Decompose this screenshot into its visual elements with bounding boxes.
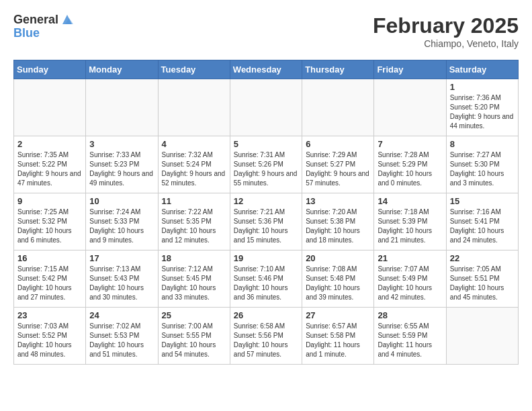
day-info: Sunrise: 7:16 AM Sunset: 5:41 PM Dayligh… — [450, 208, 515, 245]
day-info: Sunrise: 7:08 AM Sunset: 5:48 PM Dayligh… — [306, 265, 370, 302]
calendar-day-cell: 16Sunrise: 7:15 AM Sunset: 5:42 PM Dayli… — [14, 250, 86, 308]
weekday-header-row: SundayMondayTuesdayWednesdayThursdayFrid… — [14, 60, 519, 79]
day-number: 11 — [162, 196, 226, 206]
day-info: Sunrise: 7:24 AM Sunset: 5:33 PM Dayligh… — [89, 208, 154, 245]
calendar-day-cell: 10Sunrise: 7:24 AM Sunset: 5:33 PM Dayli… — [86, 193, 158, 250]
day-info: Sunrise: 7:29 AM Sunset: 5:27 PM Dayligh… — [306, 150, 370, 188]
day-number: 9 — [17, 196, 82, 206]
day-number: 28 — [378, 310, 442, 320]
calendar-day-cell: 23Sunrise: 7:03 AM Sunset: 5:52 PM Dayli… — [14, 308, 86, 365]
day-number: 6 — [306, 139, 370, 149]
calendar-day-cell: 21Sunrise: 7:07 AM Sunset: 5:49 PM Dayli… — [374, 250, 446, 308]
day-number: 19 — [234, 253, 298, 263]
weekday-header: Monday — [86, 60, 158, 79]
calendar-day-cell: 20Sunrise: 7:08 AM Sunset: 5:48 PM Dayli… — [302, 250, 374, 308]
calendar-day-cell — [302, 79, 374, 136]
calendar-day-cell: 22Sunrise: 7:05 AM Sunset: 5:51 PM Dayli… — [446, 250, 518, 308]
weekday-header: Thursday — [302, 60, 374, 79]
calendar-day-cell: 5Sunrise: 7:31 AM Sunset: 5:26 PM Daylig… — [230, 136, 302, 193]
logo-blue: Blue — [13, 27, 75, 40]
day-info: Sunrise: 7:35 AM Sunset: 5:22 PM Dayligh… — [17, 150, 82, 188]
title-block: February 2025 Chiampo, Veneto, Italy — [373, 13, 519, 49]
day-number: 1 — [450, 82, 515, 92]
day-number: 27 — [306, 310, 370, 320]
day-number: 16 — [17, 253, 82, 263]
day-info: Sunrise: 7:25 AM Sunset: 5:32 PM Dayligh… — [17, 208, 82, 245]
weekday-header: Tuesday — [158, 60, 230, 79]
calendar-day-cell: 3Sunrise: 7:33 AM Sunset: 5:23 PM Daylig… — [86, 136, 158, 193]
day-number: 15 — [450, 196, 515, 206]
day-number: 2 — [17, 139, 82, 149]
calendar-day-cell: 6Sunrise: 7:29 AM Sunset: 5:27 PM Daylig… — [302, 136, 374, 193]
calendar-day-cell: 18Sunrise: 7:12 AM Sunset: 5:45 PM Dayli… — [158, 250, 230, 308]
day-info: Sunrise: 7:22 AM Sunset: 5:35 PM Dayligh… — [162, 208, 226, 245]
weekday-header: Saturday — [446, 60, 518, 79]
location-subtitle: Chiampo, Veneto, Italy — [373, 38, 519, 49]
day-info: Sunrise: 7:15 AM Sunset: 5:42 PM Dayligh… — [17, 265, 82, 302]
calendar-day-cell — [14, 79, 86, 136]
calendar-day-cell: 14Sunrise: 7:18 AM Sunset: 5:39 PM Dayli… — [374, 193, 446, 250]
day-info: Sunrise: 7:18 AM Sunset: 5:39 PM Dayligh… — [378, 208, 442, 245]
day-number: 14 — [378, 196, 442, 206]
calendar-day-cell: 1Sunrise: 7:36 AM Sunset: 5:20 PM Daylig… — [446, 79, 518, 136]
logo-general: General — [13, 13, 58, 27]
page-header: General Blue February 2025 Chiampo, Vene… — [13, 13, 519, 49]
calendar-week-row: 23Sunrise: 7:03 AM Sunset: 5:52 PM Dayli… — [14, 308, 519, 365]
logo-icon — [60, 12, 75, 27]
day-number: 7 — [378, 139, 442, 149]
calendar-day-cell: 28Sunrise: 6:55 AM Sunset: 5:59 PM Dayli… — [374, 308, 446, 365]
weekday-header: Friday — [374, 60, 446, 79]
calendar-day-cell: 15Sunrise: 7:16 AM Sunset: 5:41 PM Dayli… — [446, 193, 518, 250]
calendar-day-cell — [230, 79, 302, 136]
day-number: 12 — [234, 196, 298, 206]
day-info: Sunrise: 7:21 AM Sunset: 5:36 PM Dayligh… — [234, 208, 298, 245]
calendar-day-cell — [446, 308, 518, 365]
day-number: 17 — [89, 253, 154, 263]
calendar-week-row: 2Sunrise: 7:35 AM Sunset: 5:22 PM Daylig… — [14, 136, 519, 193]
calendar-day-cell: 12Sunrise: 7:21 AM Sunset: 5:36 PM Dayli… — [230, 193, 302, 250]
day-info: Sunrise: 6:58 AM Sunset: 5:56 PM Dayligh… — [234, 322, 298, 359]
day-number: 25 — [162, 310, 226, 320]
day-number: 23 — [17, 310, 82, 320]
calendar-day-cell: 2Sunrise: 7:35 AM Sunset: 5:22 PM Daylig… — [14, 136, 86, 193]
day-info: Sunrise: 7:00 AM Sunset: 5:55 PM Dayligh… — [162, 322, 226, 359]
logo: General Blue — [13, 13, 75, 40]
day-info: Sunrise: 7:27 AM Sunset: 5:30 PM Dayligh… — [450, 150, 515, 188]
calendar-day-cell: 7Sunrise: 7:28 AM Sunset: 5:29 PM Daylig… — [374, 136, 446, 193]
month-title: February 2025 — [373, 13, 519, 38]
day-number: 24 — [89, 310, 154, 320]
calendar-day-cell: 26Sunrise: 6:58 AM Sunset: 5:56 PM Dayli… — [230, 308, 302, 365]
weekday-header: Wednesday — [230, 60, 302, 79]
calendar-day-cell: 24Sunrise: 7:02 AM Sunset: 5:53 PM Dayli… — [86, 308, 158, 365]
day-number: 21 — [378, 253, 442, 263]
weekday-header: Sunday — [14, 60, 86, 79]
day-info: Sunrise: 7:05 AM Sunset: 5:51 PM Dayligh… — [450, 265, 515, 302]
day-info: Sunrise: 7:13 AM Sunset: 5:43 PM Dayligh… — [89, 265, 154, 302]
day-info: Sunrise: 7:03 AM Sunset: 5:52 PM Dayligh… — [17, 322, 82, 359]
calendar-day-cell: 13Sunrise: 7:20 AM Sunset: 5:38 PM Dayli… — [302, 193, 374, 250]
day-info: Sunrise: 7:20 AM Sunset: 5:38 PM Dayligh… — [306, 208, 370, 245]
day-info: Sunrise: 7:28 AM Sunset: 5:29 PM Dayligh… — [378, 150, 442, 188]
calendar-day-cell — [158, 79, 230, 136]
day-number: 13 — [306, 196, 370, 206]
day-info: Sunrise: 7:31 AM Sunset: 5:26 PM Dayligh… — [234, 150, 298, 188]
calendar-day-cell: 19Sunrise: 7:10 AM Sunset: 5:46 PM Dayli… — [230, 250, 302, 308]
day-number: 26 — [234, 310, 298, 320]
calendar-table: SundayMondayTuesdayWednesdayThursdayFrid… — [13, 60, 519, 365]
day-info: Sunrise: 7:10 AM Sunset: 5:46 PM Dayligh… — [234, 265, 298, 302]
day-number: 4 — [162, 139, 226, 149]
calendar-day-cell — [374, 79, 446, 136]
calendar-day-cell: 8Sunrise: 7:27 AM Sunset: 5:30 PM Daylig… — [446, 136, 518, 193]
calendar-week-row: 1Sunrise: 7:36 AM Sunset: 5:20 PM Daylig… — [14, 79, 519, 136]
day-info: Sunrise: 7:32 AM Sunset: 5:24 PM Dayligh… — [162, 150, 226, 188]
calendar-day-cell: 11Sunrise: 7:22 AM Sunset: 5:35 PM Dayli… — [158, 193, 230, 250]
calendar-day-cell: 9Sunrise: 7:25 AM Sunset: 5:32 PM Daylig… — [14, 193, 86, 250]
calendar-day-cell: 17Sunrise: 7:13 AM Sunset: 5:43 PM Dayli… — [86, 250, 158, 308]
day-info: Sunrise: 7:07 AM Sunset: 5:49 PM Dayligh… — [378, 265, 442, 302]
day-number: 20 — [306, 253, 370, 263]
day-number: 18 — [162, 253, 226, 263]
day-number: 5 — [234, 139, 298, 149]
day-info: Sunrise: 7:33 AM Sunset: 5:23 PM Dayligh… — [89, 150, 154, 188]
day-number: 3 — [89, 139, 154, 149]
day-number: 22 — [450, 253, 515, 263]
